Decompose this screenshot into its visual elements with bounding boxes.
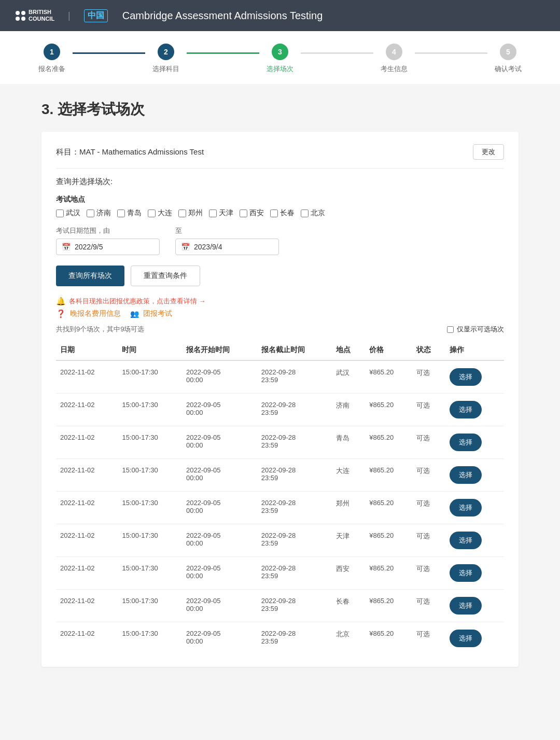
action-cell: 选择 bbox=[445, 557, 504, 590]
locations-group: 武汉济南青岛大连郑州天津西安长春北京 bbox=[56, 208, 504, 218]
location-checkbox[interactable] bbox=[240, 210, 247, 217]
group-icon: 👥 bbox=[130, 310, 139, 318]
location-cell: 长春 bbox=[332, 590, 365, 622]
price-cell: ¥865.20 bbox=[365, 622, 412, 655]
step-3-circle: 3 bbox=[272, 44, 288, 60]
date-from-label: 考试日期范围，由 bbox=[56, 226, 160, 235]
location-checkbox[interactable] bbox=[178, 210, 186, 217]
select-session-button[interactable]: 选择 bbox=[450, 368, 482, 386]
step-line-2 bbox=[187, 52, 259, 54]
location-checkbox[interactable] bbox=[270, 210, 278, 217]
select-session-button[interactable]: 选择 bbox=[450, 597, 482, 615]
reg-start-cell: 2022-09-0500:00 bbox=[182, 426, 257, 459]
select-session-button[interactable]: 选择 bbox=[450, 401, 482, 418]
location-name: 天津 bbox=[219, 208, 233, 218]
status-cell: 可选 bbox=[412, 426, 445, 459]
location-name: 大连 bbox=[158, 208, 172, 218]
reg-end-cell: 2022-09-2823:59 bbox=[257, 524, 332, 557]
notice-group: 🔔 各科目现推出团报优惠政策，点击查看详情 → ❓ 晚报名费用信息 👥 团报考试 bbox=[56, 297, 504, 318]
reg-start-cell: 2022-09-0500:00 bbox=[182, 492, 257, 524]
location-item[interactable]: 青岛 bbox=[117, 208, 142, 218]
location-checkbox[interactable] bbox=[301, 210, 309, 217]
step-1-label: 报名准备 bbox=[38, 64, 65, 74]
section-divider bbox=[56, 168, 504, 169]
select-session-button[interactable]: 选择 bbox=[450, 630, 482, 647]
action-cell: 选择 bbox=[445, 459, 504, 492]
summary-bar: 共找到9个场次，其中9场可选 仅显示可选场次 bbox=[56, 325, 504, 334]
location-item[interactable]: 武汉 bbox=[56, 208, 80, 218]
reg-start-cell: 2022-09-0500:00 bbox=[182, 394, 257, 426]
group-text[interactable]: 团报考试 bbox=[143, 309, 172, 318]
location-name: 郑州 bbox=[188, 208, 203, 218]
change-subject-button[interactable]: 更改 bbox=[473, 144, 504, 160]
promo-notice: 🔔 各科目现推出团报优惠政策，点击查看详情 → bbox=[56, 297, 504, 306]
location-checkbox[interactable] bbox=[209, 210, 217, 217]
step-3: 3 选择场次 bbox=[259, 44, 301, 74]
location-item[interactable]: 郑州 bbox=[178, 208, 203, 218]
step-4-circle: 4 bbox=[386, 44, 402, 60]
status-cell: 可选 bbox=[412, 492, 445, 524]
date-range: 考试日期范围，由 📅 2022/9/5 至 📅 2023/9/4 bbox=[56, 226, 504, 255]
date-cell: 2022-11-02 bbox=[56, 426, 118, 459]
location-checkbox[interactable] bbox=[87, 210, 94, 217]
location-checkbox[interactable] bbox=[56, 210, 64, 217]
location-item[interactable]: 济南 bbox=[87, 208, 111, 218]
location-item[interactable]: 天津 bbox=[209, 208, 233, 218]
location-item[interactable]: 长春 bbox=[270, 208, 295, 218]
late-text[interactable]: 晚报名费用信息 bbox=[70, 309, 121, 318]
date-cell: 2022-11-02 bbox=[56, 524, 118, 557]
select-session-button[interactable]: 选择 bbox=[450, 434, 482, 451]
date-cell: 2022-11-02 bbox=[56, 394, 118, 426]
search-button[interactable]: 查询所有场次 bbox=[56, 266, 124, 286]
location-name: 长春 bbox=[280, 208, 295, 218]
reset-button[interactable]: 重置查询条件 bbox=[131, 266, 200, 286]
filter-label: 仅显示可选场次 bbox=[457, 325, 504, 334]
date-from-input[interactable]: 📅 2022/9/5 bbox=[56, 239, 160, 255]
reg-end-cell: 2022-09-2823:59 bbox=[257, 394, 332, 426]
location-cell: 武汉 bbox=[332, 360, 365, 394]
location-checkbox[interactable] bbox=[148, 210, 156, 217]
step-1: 1 报名准备 bbox=[31, 44, 73, 74]
region-label: 中国 bbox=[84, 9, 108, 22]
reg-end-cell: 2022-09-2823:59 bbox=[257, 622, 332, 655]
promo-text[interactable]: 各科目现推出团报优惠政策，点击查看详情 → bbox=[69, 297, 206, 306]
logo-dot bbox=[16, 11, 20, 15]
time-cell: 15:00-17:30 bbox=[118, 557, 182, 590]
reg-end-cell: 2022-09-2823:59 bbox=[257, 590, 332, 622]
action-cell: 选择 bbox=[445, 394, 504, 426]
date-from-field: 考试日期范围，由 📅 2022/9/5 bbox=[56, 226, 160, 255]
table-body: 2022-11-0215:00-17:302022-09-0500:002022… bbox=[56, 360, 504, 654]
select-session-button[interactable]: 选择 bbox=[450, 564, 482, 582]
select-session-button[interactable]: 选择 bbox=[450, 532, 482, 549]
select-session-button[interactable]: 选择 bbox=[450, 466, 482, 484]
step-1-circle: 1 bbox=[44, 44, 60, 60]
date-cell: 2022-11-02 bbox=[56, 492, 118, 524]
table-column-header: 报名开始时间 bbox=[182, 340, 257, 360]
action-cell: 选择 bbox=[445, 360, 504, 394]
query-label: 查询并选择场次: bbox=[56, 177, 504, 187]
date-to-input[interactable]: 📅 2023/9/4 bbox=[175, 239, 279, 255]
location-item[interactable]: 北京 bbox=[301, 208, 325, 218]
location-item[interactable]: 西安 bbox=[240, 208, 264, 218]
table-row: 2022-11-0215:00-17:302022-09-0500:002022… bbox=[56, 360, 504, 394]
filter-checkbox[interactable] bbox=[447, 326, 454, 333]
status-cell: 可选 bbox=[412, 557, 445, 590]
action-cell: 选择 bbox=[445, 590, 504, 622]
late-icon: ❓ bbox=[56, 309, 66, 318]
location-checkbox[interactable] bbox=[117, 210, 125, 217]
table-column-header: 时间 bbox=[118, 340, 182, 360]
step-line-1 bbox=[73, 52, 145, 54]
time-cell: 15:00-17:30 bbox=[118, 426, 182, 459]
price-cell: ¥865.20 bbox=[365, 426, 412, 459]
filter-checkbox-wrap[interactable]: 仅显示可选场次 bbox=[447, 325, 504, 334]
action-buttons: 查询所有场次 重置查询条件 bbox=[56, 266, 504, 286]
location-item[interactable]: 大连 bbox=[148, 208, 172, 218]
date-cell: 2022-11-02 bbox=[56, 622, 118, 655]
logo-dot bbox=[16, 17, 20, 21]
time-cell: 15:00-17:30 bbox=[118, 524, 182, 557]
promo-icon: 🔔 bbox=[56, 297, 66, 306]
select-session-button[interactable]: 选择 bbox=[450, 499, 482, 516]
step-5-circle: 5 bbox=[500, 44, 516, 60]
location-cell: 青岛 bbox=[332, 426, 365, 459]
step-1-wrapper: 1 报名准备 bbox=[31, 44, 145, 74]
